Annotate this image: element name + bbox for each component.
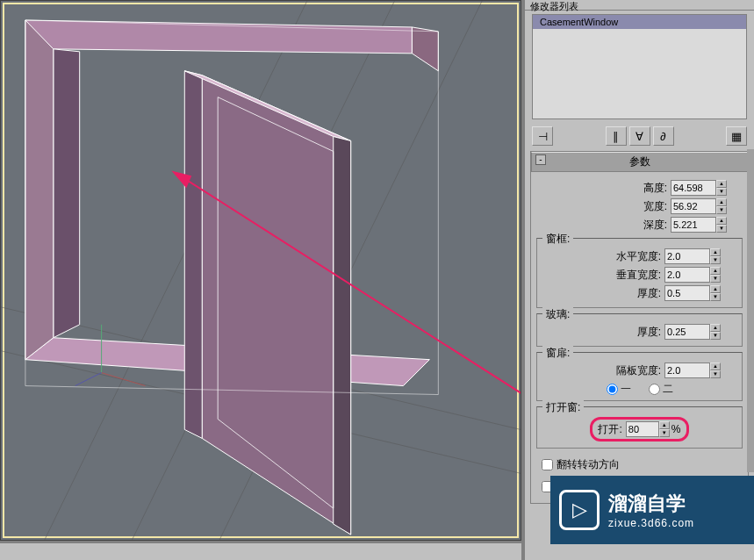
group-title-open: 打开窗: — [542, 400, 584, 415]
spinner-panel: ▲▼ — [664, 363, 721, 378]
input-gthick[interactable] — [664, 324, 710, 340]
watermark-sub: zixue.3d66.com — [608, 517, 694, 529]
spinner-open: ▲▼ — [626, 421, 670, 437]
watermark: ▷ 溜溜自学 zixue.3d66.com — [550, 476, 754, 544]
group-title-frame: 窗框: — [542, 232, 573, 247]
label-fthick: 厚度: — [617, 286, 661, 301]
row-flip: 翻转转动方向 — [535, 454, 744, 476]
label-depth: 深度: — [623, 218, 667, 233]
row-vwidth: 垂直宽度: ▲▼ — [541, 267, 738, 283]
modifier-toolbar: ⊣ ∥ ∀ ∂ ▦ — [525, 123, 754, 149]
rollout-header-params[interactable]: - 参数 — [531, 152, 748, 172]
watermark-main: 溜溜自学 — [608, 491, 694, 517]
show-end-result-button[interactable]: ∥ — [606, 126, 627, 146]
input-hwidth[interactable] — [664, 248, 710, 264]
group-title-glass: 玻璃: — [542, 307, 573, 322]
checkbox-flip[interactable] — [542, 459, 553, 470]
group-sash: 窗扉: 隔板宽度: ▲▼ 一 二 — [536, 352, 743, 401]
spinner-depth: ▲▼ — [671, 217, 727, 233]
spinner-up[interactable]: ▲ — [716, 217, 727, 225]
spinner-up[interactable]: ▲ — [710, 285, 721, 293]
label-flip: 翻转转动方向 — [557, 457, 620, 472]
input-fthick[interactable] — [664, 285, 710, 301]
radio-two-input[interactable] — [649, 384, 660, 395]
timeline-bar — [0, 542, 521, 560]
spinner-up[interactable]: ▲ — [659, 421, 670, 429]
label-vwidth: 垂直宽度: — [616, 268, 661, 283]
input-vwidth[interactable] — [664, 267, 710, 283]
row-width: 宽度: ▲▼ — [535, 198, 744, 214]
modifier-list-label: 修改器列表 — [525, 0, 754, 11]
spinner-height: ▲ ▼ — [671, 180, 727, 196]
group-title-sash: 窗扉: — [542, 346, 573, 361]
rollout-title: 参数 — [629, 155, 650, 168]
row-hwidth: 水平宽度: ▲▼ — [541, 248, 738, 264]
spinner-down[interactable]: ▼ — [710, 332, 721, 340]
spinner-down[interactable]: ▼ — [716, 206, 727, 214]
radio-one[interactable]: 一 — [607, 382, 631, 397]
spinner-up[interactable]: ▲ — [716, 180, 727, 188]
spinner-up[interactable]: ▲ — [710, 363, 721, 370]
spinner-down[interactable]: ▼ — [716, 225, 727, 233]
row-fthick: 厚度: ▲▼ — [541, 285, 738, 301]
row-gthick: 厚度: ▲▼ — [541, 324, 738, 340]
rollout-body-params: 高度: ▲ ▼ 宽度: ▲▼ 深度: — [531, 172, 748, 503]
spinner-down[interactable]: ▼ — [710, 275, 721, 283]
panel-scrollbar[interactable] — [747, 149, 754, 472]
spinner-down[interactable]: ▼ — [716, 188, 727, 196]
spinner-down[interactable]: ▼ — [659, 429, 670, 437]
spinner-vwidth: ▲▼ — [664, 267, 721, 283]
input-open[interactable] — [626, 421, 659, 437]
label-hwidth: 水平宽度: — [616, 249, 661, 264]
input-depth[interactable] — [671, 217, 716, 233]
percent-label: % — [671, 423, 681, 435]
group-glass: 玻璃: 厚度: ▲▼ — [536, 313, 743, 347]
group-frame: 窗框: 水平宽度: ▲▼ 垂直宽度: ▲▼ 厚度: — [536, 238, 743, 308]
spinner-width: ▲▼ — [671, 198, 727, 214]
rollout-toggle-icon: - — [535, 154, 546, 165]
row-open: 打开: ▲▼ % — [541, 417, 738, 442]
spinner-up[interactable]: ▲ — [710, 324, 721, 332]
row-height: 高度: ▲ ▼ — [535, 180, 744, 196]
spinner-fthick: ▲▼ — [664, 285, 721, 301]
remove-modifier-button[interactable]: ∂ — [653, 126, 674, 146]
open-highlight: 打开: ▲▼ % — [590, 417, 688, 442]
svg-marker-19 — [171, 170, 191, 188]
spinner-down[interactable]: ▼ — [710, 293, 721, 301]
label-panel: 隔板宽度: — [616, 363, 661, 378]
radio-one-input[interactable] — [607, 384, 618, 395]
input-panel[interactable] — [664, 363, 710, 378]
svg-line-18 — [180, 176, 521, 429]
input-height[interactable] — [671, 180, 716, 196]
annotation-arrow — [1, 1, 521, 540]
input-width[interactable] — [671, 198, 716, 214]
viewport-3d[interactable] — [0, 0, 521, 541]
label-gthick: 厚度: — [617, 325, 661, 340]
row-depth: 深度: ▲▼ — [535, 217, 744, 233]
spinner-up[interactable]: ▲ — [716, 198, 727, 206]
spinner-hwidth: ▲▼ — [664, 248, 721, 264]
configure-sets-button[interactable]: ▦ — [726, 126, 747, 146]
spinner-down[interactable]: ▼ — [710, 370, 721, 378]
spinner-up[interactable]: ▲ — [710, 248, 721, 256]
watermark-text: 溜溜自学 zixue.3d66.com — [608, 491, 694, 529]
spinner-up[interactable]: ▲ — [710, 267, 721, 275]
make-unique-button[interactable]: ∀ — [629, 126, 650, 146]
pin-stack-button[interactable]: ⊣ — [532, 126, 553, 146]
label-width: 宽度: — [623, 199, 667, 214]
spinner-gthick: ▲▼ — [664, 324, 721, 340]
radio-two[interactable]: 二 — [649, 382, 673, 397]
rollout-parameters: - 参数 高度: ▲ ▼ 宽度: ▲▼ — [530, 151, 749, 504]
label-open: 打开: — [598, 422, 621, 437]
group-open: 打开窗: 打开: ▲▼ % — [536, 406, 743, 449]
label-height: 高度: — [623, 181, 667, 196]
radio-sash-count: 一 二 — [541, 382, 738, 397]
modifier-item-casement[interactable]: CasementWindow — [533, 15, 746, 29]
watermark-logo-icon: ▷ — [559, 490, 600, 530]
row-panel: 隔板宽度: ▲▼ — [541, 363, 738, 378]
spinner-down[interactable]: ▼ — [710, 256, 721, 264]
modifier-stack[interactable]: CasementWindow — [532, 14, 747, 119]
